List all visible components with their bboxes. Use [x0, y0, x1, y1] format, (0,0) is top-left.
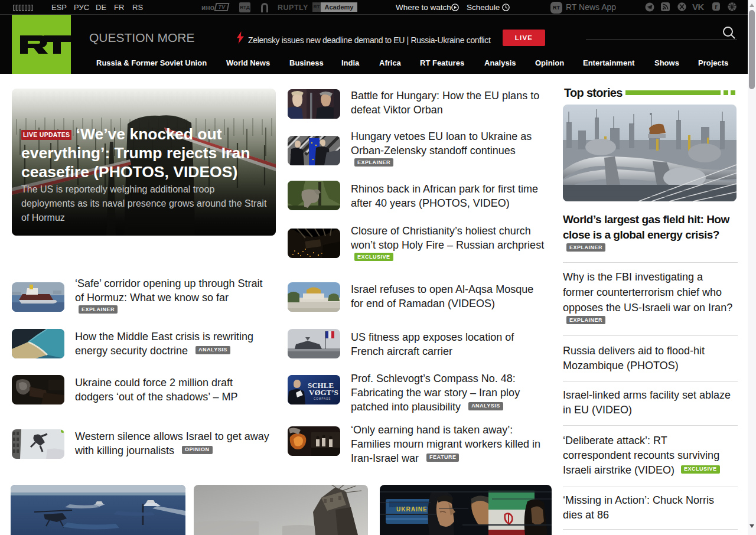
svg-text:COMPASS: COMPASS	[314, 397, 331, 400]
svg-text:UKRAINE: UKRAINE	[396, 506, 428, 513]
svg-text:VØGT’S: VØGT’S	[309, 388, 338, 397]
